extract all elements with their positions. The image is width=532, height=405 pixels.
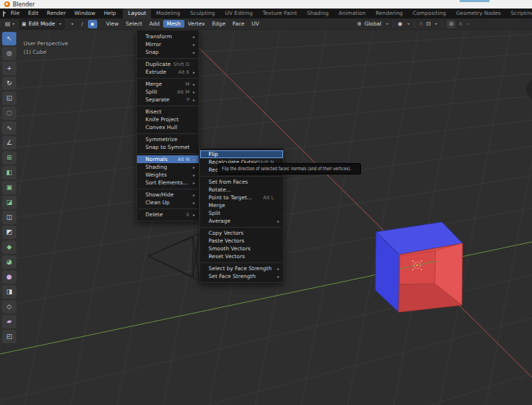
menu-item-flip[interactable]: Flip — [200, 150, 283, 158]
menu-item-knife-project[interactable]: Knife Project — [137, 116, 199, 123]
menu-item-shading[interactable]: Shading▸ — [137, 163, 199, 171]
menu-item-delete[interactable]: DeleteX▸ — [137, 211, 199, 218]
menu-item-symmetrize[interactable]: Symmetrize — [137, 135, 199, 143]
editor-type-button[interactable]: ▤ — [3, 21, 17, 27]
menu-item-paste-vectors[interactable]: Paste Vectors — [200, 237, 283, 245]
orientation-label[interactable]: Global — [365, 21, 382, 27]
menu-item-shortcut: Alt E — [178, 70, 189, 75]
menu-edit[interactable]: Edit — [24, 9, 43, 18]
tool-measure[interactable]: ∠ — [2, 136, 16, 150]
tool-annotate[interactable]: ∿ — [2, 121, 16, 135]
pivot-point-icon[interactable]: ◉ — [398, 21, 403, 27]
menu-edge[interactable]: Edge — [209, 20, 229, 28]
tool-smooth[interactable]: ● — [2, 270, 16, 284]
tool-edge-slide[interactable]: ◨ — [2, 285, 16, 299]
menu-item-label: Reset Vectors — [209, 253, 274, 260]
tool-knife[interactable]: ◩ — [2, 226, 16, 239]
menu-add[interactable]: Add — [145, 20, 163, 28]
menu-item-rotate[interactable]: Rotate... — [200, 186, 283, 194]
menu-item-sort-elements[interactable]: Sort Elements...▸ — [137, 179, 199, 187]
tool-bevel[interactable]: ◪ — [2, 196, 16, 209]
tool-shear[interactable]: ▰ — [2, 315, 16, 328]
menu-item-smooth-vectors[interactable]: Smooth Vectors — [200, 245, 283, 253]
snap-magnet-icon[interactable]: ∩ — [419, 21, 423, 27]
menu-help[interactable]: Help — [99, 9, 120, 18]
cube-object[interactable] — [375, 222, 462, 312]
menu-item-copy-vectors[interactable]: Copy Vectors — [200, 229, 283, 237]
tab-animation[interactable]: Animation — [333, 9, 370, 18]
menu-item-reset-vectors[interactable]: Reset Vectors — [200, 253, 283, 260]
proportional-editing-button[interactable]: ⊙ — [447, 20, 455, 28]
tab-layout[interactable]: Layout — [123, 9, 151, 18]
tool-rip-region[interactable]: ◰ — [2, 330, 16, 343]
menu-item-set-from-faces[interactable]: Set from Faces — [200, 178, 283, 186]
menu-item-clean-up[interactable]: Clean Up▸ — [137, 199, 199, 206]
tab-uv-editing[interactable]: UV Editing — [220, 9, 257, 18]
menu-item-average[interactable]: Average▸ — [200, 217, 283, 225]
falloff-curve-icon[interactable]: ∧ — [458, 21, 462, 27]
menu-item-snap[interactable]: Snap▸ — [137, 48, 199, 56]
tool-scale[interactable]: ◱ — [2, 91, 16, 105]
menu-file[interactable]: File — [6, 9, 24, 18]
menu-item-extrude[interactable]: ExtrudeAlt E▸ — [137, 68, 199, 76]
menu-item-show-hide[interactable]: Show/Hide▸ — [137, 191, 199, 199]
menu-item-bisect[interactable]: Bisect — [137, 108, 199, 116]
tab-scripting[interactable]: Scripting — [506, 9, 532, 18]
tool-extrude-region[interactable]: ◧ — [2, 166, 16, 179]
separator — [393, 21, 394, 28]
tool-move[interactable]: + — [2, 62, 16, 75]
menu-face[interactable]: Face — [229, 20, 248, 28]
menu-item-merge[interactable]: MergeM▸ — [137, 80, 199, 88]
edge-select-button[interactable]: / — [78, 20, 87, 28]
menu-item-transform[interactable]: Transform▸ — [137, 33, 199, 40]
tool-select-box[interactable]: ↖ — [2, 32, 16, 45]
navigation-gizmo[interactable] — [526, 79, 532, 100]
menu-mesh[interactable]: Mesh — [163, 20, 184, 28]
tool-rotate[interactable]: ↻ — [2, 77, 16, 90]
tool-add-cube[interactable]: ⊞ — [2, 151, 16, 165]
menu-item-weights[interactable]: Weights▸ — [137, 171, 199, 179]
menu-item-set-face-strength[interactable]: Set Face Strength▸ — [200, 272, 283, 280]
menu-item-convex-hull[interactable]: Convex Hull — [137, 123, 199, 131]
menu-item-point-to-target[interactable]: Point to Target...Alt L — [200, 194, 283, 201]
tool-spin[interactable]: ◕ — [2, 255, 16, 269]
tab-sculpting[interactable]: Sculpting — [185, 9, 220, 18]
tool-transform[interactable]: ◌ — [2, 106, 16, 120]
menu-uv[interactable]: UV — [248, 20, 263, 28]
mode-dropdown[interactable]: ▣ Edit Mode — [19, 19, 65, 29]
menu-view[interactable]: View — [103, 20, 123, 28]
menu-select[interactable]: Select — [122, 20, 145, 28]
face-select-button[interactable]: ▪ — [88, 20, 97, 28]
menu-render[interactable]: Render — [43, 9, 70, 18]
tool-cursor-3d[interactable]: ◎ — [2, 47, 16, 60]
tool-poly-build[interactable]: ◆ — [2, 240, 16, 254]
vertex-select-button[interactable]: ∙ — [68, 20, 77, 28]
menu-item-merge[interactable]: Merge — [200, 201, 283, 209]
menu-item-snap-to-symmetry[interactable]: Snap to Symmetry — [137, 143, 199, 151]
tab-geometry-nodes[interactable]: Geometry Nodes — [451, 9, 506, 18]
tab-modeling[interactable]: Modeling — [151, 9, 185, 18]
tab-shading[interactable]: Shading — [302, 9, 333, 18]
menu-item-select-by-face-strength[interactable]: Select by Face Strength▸ — [200, 265, 283, 272]
menu-vertex[interactable]: Vertex — [184, 20, 209, 28]
snap-target-icon[interactable]: ⊡ — [426, 21, 431, 27]
tab-compositing[interactable]: Compositing — [408, 9, 451, 18]
chevron-down-icon — [59, 23, 62, 26]
tab-rendering[interactable]: Rendering — [370, 9, 407, 18]
menu-item-split[interactable]: SplitAlt M▸ — [137, 88, 199, 96]
menu-item-normals[interactable]: NormalsAlt N▸ — [137, 155, 199, 163]
submenu-arrow-icon: ▸ — [192, 157, 195, 162]
blender-menu-icon[interactable] — [3, 11, 4, 17]
menu-item-split[interactable]: Split — [200, 209, 283, 217]
tool-inset-faces[interactable]: ▣ — [2, 181, 16, 194]
menu-item-mirror[interactable]: Mirror▸ — [137, 40, 199, 48]
tab-texture-paint[interactable]: Texture Paint — [257, 9, 301, 18]
camera-object[interactable] — [148, 233, 199, 281]
tool-shrink-fatten[interactable]: ◇ — [2, 300, 16, 314]
menu-item-label: Snap to Symmetry — [145, 144, 189, 150]
menu-item-duplicate[interactable]: DuplicateShift D — [137, 60, 199, 68]
tool-loop-cut[interactable]: ◫ — [2, 211, 16, 224]
menu-item-separate[interactable]: SeparateP▸ — [137, 96, 199, 104]
menu-window[interactable]: Window — [70, 9, 100, 18]
cube-inner-back-face[interactable] — [399, 250, 436, 284]
